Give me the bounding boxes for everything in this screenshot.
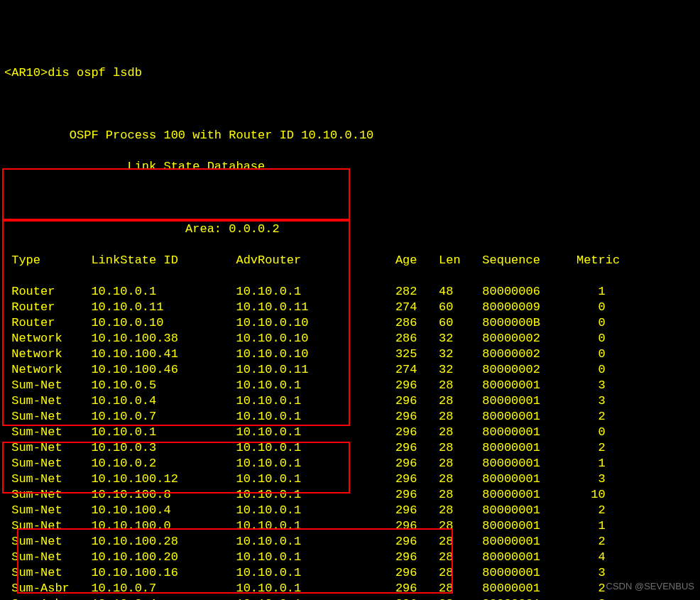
lsdb-header: Link State Database [4, 159, 696, 175]
column-header: Type LinkState ID AdvRouter Age Len Sequ… [4, 253, 696, 268]
lsdb-row: Sum-Net 10.10.0.3 10.10.0.1 296 28 80000… [4, 440, 696, 456]
lsdb-row: Network 10.10.100.46 10.10.0.11 274 32 8… [4, 362, 696, 378]
blank [4, 190, 696, 206]
watermark: CSDN @SEVENBUS [606, 579, 694, 594]
lsdb-row: Sum-Net 10.10.0.1 10.10.0.1 296 28 80000… [4, 425, 696, 440]
lsdb-row: Sum-Net 10.10.0.5 10.10.0.1 296 28 80000… [4, 378, 696, 393]
lsdb-row: Network 10.10.100.41 10.10.0.10 325 32 8… [4, 347, 696, 362]
lsdb-row: Sum-Net 10.10.100.28 10.10.0.1 296 28 80… [4, 534, 696, 550]
lsdb-row: Sum-Net 10.10.0.7 10.10.0.1 296 28 80000… [4, 409, 696, 425]
lsdb-row: Sum-Asbr 10.10.0.4 10.10.0.1 296 28 8000… [4, 596, 696, 600]
lsdb-row: Sum-Net 10.10.100.4 10.10.0.1 296 28 800… [4, 503, 696, 518]
lsdb-row: Sum-Asbr 10.10.0.7 10.10.0.1 296 28 8000… [4, 581, 696, 596]
lsdb-row: Sum-Net 10.10.100.8 10.10.0.1 296 28 800… [4, 487, 696, 503]
lsdb-row: Router 10.10.0.11 10.10.0.11 274 60 8000… [4, 300, 696, 315]
lsdb-row: Sum-Net 10.10.100.16 10.10.0.1 296 28 80… [4, 565, 696, 581]
blank [4, 97, 696, 112]
prompt-line[interactable]: <AR10>dis ospf lsdb [4, 65, 696, 81]
lsdb-row: Router 10.10.0.1 10.10.0.1 282 48 800000… [4, 284, 696, 300]
lsdb-row: Sum-Net 10.10.0.2 10.10.0.1 296 28 80000… [4, 456, 696, 471]
lsdb-row: Sum-Net 10.10.0.4 10.10.0.1 296 28 80000… [4, 393, 696, 409]
process-header: OSPF Process 100 with Router ID 10.10.0.… [4, 128, 696, 143]
lsdb-row: Sum-Net 10.10.100.12 10.10.0.1 296 28 80… [4, 471, 696, 487]
lsdb-row: Router 10.10.0.10 10.10.0.10 286 60 8000… [4, 315, 696, 331]
lsdb-row: Sum-Net 10.10.100.20 10.10.0.1 296 28 80… [4, 550, 696, 565]
lsdb-row: Network 10.10.100.38 10.10.0.10 286 32 8… [4, 331, 696, 347]
area-line: Area: 0.0.0.2 [4, 222, 696, 237]
lsdb-rows: Router 10.10.0.1 10.10.0.1 282 48 800000… [4, 284, 696, 600]
lsdb-row: Sum-Net 10.10.100.0 10.10.0.1 296 28 800… [4, 518, 696, 534]
